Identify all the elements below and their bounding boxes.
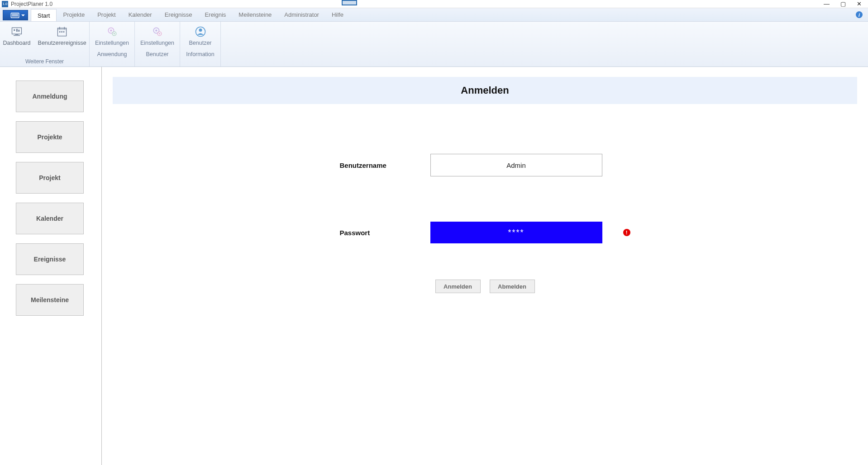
- svg-rect-9: [57, 28, 66, 30]
- calendar-icon: [56, 25, 68, 38]
- tab-kalender[interactable]: Kalender: [122, 8, 158, 21]
- sidebar-item-kalender[interactable]: Kalender: [16, 203, 84, 234]
- minimize-button[interactable]: —: [824, 0, 830, 7]
- ribbon-item-sublabel: Anwendung: [97, 51, 127, 58]
- svg-point-5: [14, 29, 15, 31]
- tab-administrator[interactable]: Administrator: [278, 8, 325, 21]
- tab-label: Meilensteine: [238, 11, 272, 18]
- svg-rect-3: [15, 34, 19, 35]
- svg-point-18: [113, 33, 114, 34]
- file-menu-button[interactable]: [3, 10, 28, 20]
- svg-point-16: [110, 29, 112, 31]
- info-icon[interactable]: i: [856, 8, 868, 21]
- svg-rect-13: [61, 31, 62, 33]
- svg-point-22: [158, 33, 160, 34]
- tab-projekte[interactable]: Projekte: [57, 8, 91, 21]
- tab-label: Ereignis: [205, 11, 226, 18]
- ribbon-item-label: Dashboard: [3, 40, 30, 47]
- sidebar-item-label: Projekt: [39, 174, 60, 181]
- sidebar: Anmeldung Projekte Projekt Kalender Erei…: [0, 67, 102, 465]
- page-title: Anmelden: [461, 85, 509, 96]
- ribbon-item-sublabel: Benutzer: [146, 51, 168, 58]
- ribbon-group-einstellungen-benutzer: Einstellungen Benutzer: [135, 22, 180, 66]
- svg-rect-6: [16, 29, 18, 32]
- sidebar-item-label: Meilensteine: [31, 296, 69, 304]
- ribbon-item-label: Benutzerereignisse: [38, 40, 86, 47]
- sidebar-item-ereignisse[interactable]: Ereignisse: [16, 243, 84, 275]
- form-row-username: Benutzername: [340, 154, 630, 176]
- error-icon[interactable]: !: [623, 229, 630, 236]
- svg-rect-1: [12, 14, 18, 16]
- svg-rect-4: [14, 35, 20, 36]
- ribbon-item-benutzer-information[interactable]: Benutzer Information: [182, 25, 218, 58]
- sidebar-item-label: Projekte: [37, 133, 62, 141]
- maximize-button[interactable]: ▢: [840, 0, 846, 7]
- ribbon-item-dashboard[interactable]: Dashboard: [0, 25, 34, 47]
- gear-icon: [151, 25, 164, 38]
- ribbon-group-label: Weitere Fenster: [0, 58, 89, 65]
- tab-label: Projekte: [63, 11, 85, 18]
- ribbon-group-weitere-fenster: Dashboard Benutzerereignisse Weitere Fen…: [0, 22, 90, 66]
- sidebar-item-anmeldung[interactable]: Anmeldung: [16, 81, 84, 112]
- tab-label: Ereignisse: [165, 11, 192, 18]
- svg-rect-12: [59, 31, 61, 33]
- tab-ereignisse[interactable]: Ereignisse: [158, 8, 199, 21]
- menubar: Start Projekte Projekt Kalender Ereignis…: [0, 8, 868, 22]
- user-icon: [194, 25, 207, 38]
- logout-button[interactable]: Abmelden: [490, 280, 535, 293]
- login-button[interactable]: Anmelden: [435, 280, 481, 293]
- dashboard-icon: [10, 25, 23, 38]
- button-row: Anmelden Abmelden: [113, 280, 857, 293]
- tab-projekt[interactable]: Projekt: [91, 8, 122, 21]
- window-title: ProjectPlaner 1.0: [11, 1, 52, 7]
- username-input[interactable]: [430, 154, 602, 176]
- username-label: Benutzername: [340, 161, 412, 169]
- ribbon-item-einstellungen-anwendung[interactable]: Einstellungen Anwendung: [91, 25, 133, 58]
- svg-rect-7: [19, 30, 20, 32]
- sidebar-item-projekte[interactable]: Projekte: [16, 121, 84, 153]
- password-input[interactable]: [430, 222, 602, 243]
- ribbon-group-benutzer-information: Benutzer Information: [180, 22, 221, 66]
- tab-label: Hilfe: [332, 11, 343, 18]
- tab-label: Administrator: [284, 11, 319, 18]
- app-icon: 1.0: [2, 1, 8, 7]
- ribbon-item-sublabel: Information: [186, 51, 215, 58]
- ribbon: Dashboard Benutzerereignisse Weitere Fen…: [0, 22, 868, 67]
- ribbon-item-label: Einstellungen: [95, 40, 129, 47]
- sidebar-item-label: Anmeldung: [33, 93, 67, 100]
- tab-label: Projekt: [97, 11, 115, 18]
- ribbon-item-benutzerereignisse[interactable]: Benutzerereignisse: [34, 25, 90, 47]
- tab-hilfe[interactable]: Hilfe: [325, 8, 350, 21]
- content-area: Anmelden Benutzername Passwort ! Anmelde…: [102, 67, 868, 465]
- tab-label: Start: [38, 12, 50, 19]
- tab-start[interactable]: Start: [31, 9, 57, 21]
- password-label: Passwort: [340, 229, 412, 237]
- svg-point-20: [155, 29, 157, 31]
- form-row-password: Passwort !: [340, 222, 630, 243]
- sidebar-item-label: Kalender: [36, 215, 63, 222]
- page-header: Anmelden: [113, 77, 857, 104]
- sidebar-item-label: Ereignisse: [34, 256, 66, 263]
- sidebar-item-meilensteine[interactable]: Meilensteine: [16, 284, 84, 316]
- ribbon-group-einstellungen-anwendung: Einstellungen Anwendung: [90, 22, 135, 66]
- svg-rect-14: [63, 31, 65, 33]
- tab-meilensteine[interactable]: Meilensteine: [232, 8, 278, 21]
- quick-access-widget[interactable]: [342, 0, 357, 5]
- tab-label: Kalender: [129, 11, 152, 18]
- titlebar: 1.0 ProjectPlaner 1.0 — ▢ ✕: [0, 0, 868, 8]
- tab-ereignis[interactable]: Ereignis: [198, 8, 232, 21]
- ribbon-item-label: Benutzer: [189, 40, 211, 47]
- svg-point-24: [199, 28, 202, 32]
- sidebar-item-projekt[interactable]: Projekt: [16, 162, 84, 194]
- gear-icon: [106, 25, 119, 38]
- close-button[interactable]: ✕: [857, 0, 862, 7]
- ribbon-item-label: Einstellungen: [140, 40, 174, 47]
- ribbon-item-einstellungen-benutzer[interactable]: Einstellungen Benutzer: [137, 25, 178, 58]
